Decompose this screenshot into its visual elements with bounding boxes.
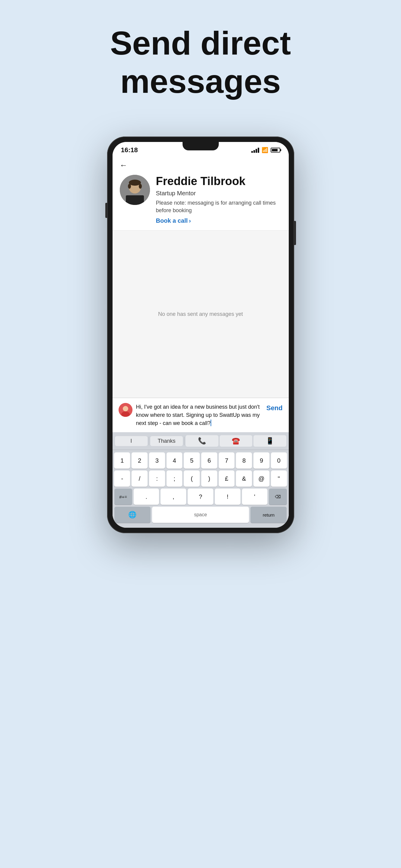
svg-point-5 [139,184,142,189]
app-header: ← Fred [113,156,289,230]
key-pound[interactable]: £ [219,470,235,487]
status-time: 16:18 [121,146,138,154]
key-at[interactable]: @ [254,470,269,487]
key-question[interactable]: ? [188,489,213,505]
suggestion-phone1[interactable]: 📞 [185,435,218,447]
key-row-numbers: 1 2 3 4 5 6 7 8 9 0 [114,453,287,469]
key-ampersand[interactable]: & [236,470,252,487]
key-2[interactable]: 2 [132,453,147,469]
page-title: Send direct messages [110,24,291,100]
profile-section: Freddie Tilbrook Startup Mentor Please n… [120,175,282,224]
input-area: Hi, I've got an idea for a new business … [113,398,289,432]
status-icons: 📶 [251,147,280,153]
profile-note: Please note: messaging is for arranging … [156,199,282,214]
phone-frame: 16:18 📶 ← [107,136,294,533]
signal-icon [251,148,259,153]
key-close-paren[interactable]: ) [201,470,217,487]
key-emoji[interactable]: 🌐 [114,507,150,523]
side-button-left [105,203,107,218]
battery-icon [271,148,280,153]
space-key[interactable]: space [152,507,249,523]
send-button[interactable]: Send [266,403,283,412]
key-8[interactable]: 8 [236,453,252,469]
key-7[interactable]: 7 [219,453,235,469]
suggestion-divider [149,437,149,445]
key-semicolon[interactable]: ; [167,470,182,487]
chevron-right-icon: › [189,217,191,224]
profile-info: Freddie Tilbrook Startup Mentor Please n… [156,175,282,224]
suggestion-phone2[interactable]: ☎️ [220,435,252,447]
key-row-symbols: - / : ; ( ) £ & @ " [114,470,287,487]
avatar [120,175,150,205]
suggestion-thanks[interactable]: Thanks [150,436,183,446]
suggestion-i[interactable]: I [115,436,147,446]
key-slash[interactable]: / [132,470,147,487]
key-6[interactable]: 6 [201,453,217,469]
key-return[interactable]: return [251,507,287,523]
phone-screen: 16:18 📶 ← [113,142,289,528]
keyboard: I Thanks 📞 ☎️ 📱 1 2 3 4 5 6 7 8 [113,432,289,528]
key-1[interactable]: 1 [114,453,130,469]
phone-notch [182,142,219,150]
key-apostrophe[interactable]: ' [242,489,268,505]
suggestion-phone3[interactable]: 📱 [254,435,286,447]
message-input[interactable]: Hi, I've got an idea for a new business … [136,403,263,427]
svg-point-7 [123,406,128,411]
text-cursor [210,420,211,426]
keyboard-rows: 1 2 3 4 5 6 7 8 9 0 - / : ; ( [113,450,289,528]
key-open-paren[interactable]: ( [184,470,200,487]
wifi-icon: 📶 [262,147,268,153]
delete-key[interactable]: ⌫ [269,489,287,505]
profile-name: Freddie Tilbrook [156,175,282,188]
svg-point-4 [128,184,131,189]
messages-area: No one has sent any messages yet [113,230,289,398]
side-button-right [294,221,296,245]
key-3[interactable]: 3 [149,453,165,469]
key-9[interactable]: 9 [254,453,269,469]
suggestion-divider2 [184,437,184,445]
key-0[interactable]: 0 [271,453,287,469]
svg-point-3 [129,180,141,186]
key-comma[interactable]: , [161,489,186,505]
key-hash-plus-equals[interactable]: #+= [114,489,132,505]
key-colon[interactable]: : [149,470,165,487]
key-4[interactable]: 4 [167,453,182,469]
key-exclaim[interactable]: ! [215,489,240,505]
back-button[interactable]: ← [120,161,282,170]
key-row-bottom: #+= . , ? ! ' ⌫ [114,489,287,505]
book-call-label: Book a call [156,217,188,224]
profile-role: Startup Mentor [156,190,282,197]
key-quote[interactable]: " [271,470,287,487]
book-call-link[interactable]: Book a call › [156,217,282,224]
message-text: Hi, I've got an idea for a new business … [136,404,260,426]
key-period[interactable]: . [134,489,159,505]
sender-avatar [119,403,133,417]
key-5[interactable]: 5 [184,453,200,469]
svg-rect-1 [126,195,144,205]
key-dash[interactable]: - [114,470,130,487]
keyboard-suggestions: I Thanks 📞 ☎️ 📱 [113,432,289,450]
key-row-space: 🌐 space return [114,507,287,525]
empty-state-text: No one has sent any messages yet [158,311,243,317]
